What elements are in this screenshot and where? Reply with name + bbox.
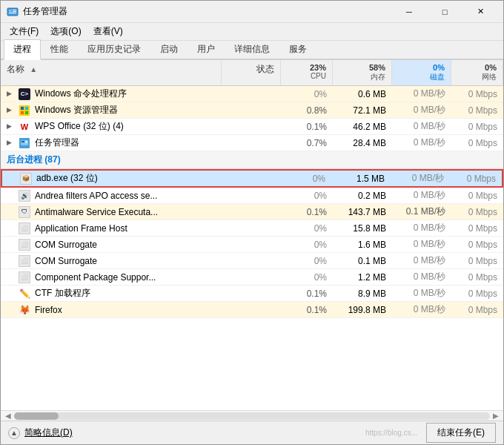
process-name: ⬜ Application Frame Host <box>1 221 222 236</box>
tab-users[interactable]: 用户 <box>188 39 225 59</box>
process-network: 0 Mbps <box>451 88 503 101</box>
process-icon: ⬜ <box>19 255 30 267</box>
col-memory[interactable]: 58% 内存 <box>333 60 392 85</box>
svg-rect-2 <box>13 10 16 10</box>
cpu-percent: 23% <box>287 63 326 72</box>
col-disk[interactable]: 0% 磁盘 <box>392 60 451 85</box>
svg-rect-4 <box>9 13 16 13</box>
expand-icon: ▶ <box>7 122 16 131</box>
process-name: ✏️ CTF 加载程序 <box>1 286 222 301</box>
expand-icon <box>7 273 16 282</box>
table-row[interactable]: ⬜ Application Frame Host 0% 15.8 MB 0 MB… <box>1 220 503 237</box>
tab-process[interactable]: 进程 <box>4 39 41 60</box>
col-cpu[interactable]: 23% CPU <box>281 60 333 85</box>
bg-section-header: 后台进程 (87) <box>1 151 503 169</box>
table-row[interactable]: ⬜ Component Package Suppor... 0% 1.2 MB … <box>1 269 503 286</box>
memory-percent: 58% <box>339 63 385 72</box>
table-row[interactable]: 🦊 Firefox 0.1% 199.8 MB 0 MB/秒 0 Mbps <box>1 302 503 318</box>
process-icon: W <box>19 121 30 133</box>
table-row[interactable]: 🔊 Andrea filters APO access se... 0% 0.2… <box>1 188 503 204</box>
table-row[interactable]: ⬜ COM Surrogate 0% 0.1 MB 0 MB/秒 0 Mbps <box>1 253 503 269</box>
process-name: 📦 adb.exe (32 位) <box>2 171 220 186</box>
expand-icon <box>7 191 16 200</box>
col-status[interactable]: 状态 <box>222 60 281 85</box>
process-icon: 🦊 <box>19 304 30 316</box>
tab-startup[interactable]: 启动 <box>150 39 188 59</box>
table-row[interactable]: ▶ W WPS Office (32 位) (4) 0.1% 46.2 MB 0… <box>1 119 503 135</box>
summary-icon: ▲ <box>8 427 20 439</box>
horizontal-scrollbar[interactable]: ◀ ▶ <box>1 410 503 421</box>
expand-icon <box>7 240 16 249</box>
process-icon: ⬜ <box>19 222 30 234</box>
network-percent: 0% <box>457 63 497 72</box>
svg-rect-1 <box>9 10 12 12</box>
process-name: ▶ W WPS Office (32 位) (4) <box>1 119 222 134</box>
summary-label[interactable]: 简略信息(D) <box>24 426 73 439</box>
expand-icon <box>7 257 16 266</box>
table-row[interactable]: ▶ 任务管理器 0.7% 28.4 MB 0 MB/秒 0 Mbps <box>1 135 503 151</box>
scroll-track <box>14 412 490 420</box>
scroll-thumb[interactable] <box>14 412 59 420</box>
title-bar: 任务管理器 ─ □ ✕ <box>1 1 503 23</box>
process-name: ⬜ COM Surrogate <box>1 254 222 268</box>
table-row-selected[interactable]: 📦 adb.exe (32 位) 0% 1.5 MB 0 MB/秒 0 Mbps <box>1 169 503 188</box>
svg-rect-8 <box>21 111 24 114</box>
menu-bar: 文件(F) 选项(O) 查看(V) <box>1 23 503 41</box>
svg-rect-13 <box>25 141 27 142</box>
table-row[interactable]: 🛡 Antimalware Service Executa... 0.1% 14… <box>1 204 503 220</box>
menu-file[interactable]: 文件(F) <box>4 24 44 39</box>
process-icon: 📦 <box>20 173 32 185</box>
maximize-button[interactable]: □ <box>428 1 462 23</box>
scroll-left-btn[interactable]: ◀ <box>2 412 14 420</box>
expand-icon: ▶ <box>7 90 16 99</box>
expand-icon <box>7 208 16 217</box>
menu-view[interactable]: 查看(V) <box>87 24 129 39</box>
task-manager-window: 任务管理器 ─ □ ✕ 文件(F) 选项(O) 查看(V) 进程 性能 应用历史… <box>0 0 504 445</box>
col-network[interactable]: 0% 网络 <box>451 60 503 85</box>
table-row[interactable]: ✏️ CTF 加载程序 0.1% 8.9 MB 0 MB/秒 0 Mbps <box>1 286 503 302</box>
process-name: ⬜ Component Package Suppor... <box>1 270 222 285</box>
process-status <box>222 93 281 96</box>
table-body: ▶ C> Windows 命令处理程序 0% 0.6 MB 0 MB/秒 0 M… <box>1 86 503 410</box>
disk-percent: 0% <box>398 63 445 72</box>
table-row[interactable]: ▶ C> Windows 命令处理程序 0% 0.6 MB 0 MB/秒 0 M… <box>1 86 503 102</box>
title-icon <box>7 6 19 18</box>
process-icon: C> <box>19 88 30 100</box>
process-name: 🛡 Antimalware Service Executa... <box>1 205 222 220</box>
process-name: ▶ 任务管理器 <box>1 135 222 151</box>
network-label: 网络 <box>457 72 497 82</box>
table-header: 名称 ▲ 状态 23% CPU 58% 内存 0% 磁盘 0% 网络 <box>1 60 503 86</box>
status-bar: ▲ 简略信息(D) https://blog.cs... 结束任务(E) <box>1 421 503 444</box>
svg-rect-14 <box>25 142 27 143</box>
watermark: https://blog.cs... <box>365 429 417 437</box>
end-task-button[interactable]: 结束任务(E) <box>426 423 496 443</box>
process-icon: ✏️ <box>19 288 30 300</box>
window-title: 任务管理器 <box>23 5 392 18</box>
scroll-right-btn[interactable]: ▶ <box>490 412 502 420</box>
table-row[interactable]: ▶ Windows 资源管理器 0.8% 72.1 MB 0 MB/秒 0 Mb… <box>1 102 503 119</box>
svg-rect-9 <box>25 111 28 114</box>
col-name[interactable]: 名称 ▲ <box>1 60 222 85</box>
window-controls: ─ □ ✕ <box>392 1 497 23</box>
svg-rect-3 <box>13 11 16 12</box>
minimize-button[interactable]: ─ <box>392 1 426 23</box>
process-icon: 🔊 <box>19 190 30 202</box>
tab-services[interactable]: 服务 <box>279 39 316 59</box>
process-memory: 0.6 MB <box>333 88 392 101</box>
table-row[interactable]: ⬜ COM Surrogate 0% 1.6 MB 0 MB/秒 0 Mbps <box>1 237 503 253</box>
expand-icon: ▶ <box>7 106 16 115</box>
expand-icon: ▶ <box>7 139 16 148</box>
tab-details[interactable]: 详细信息 <box>225 39 279 59</box>
process-icon: 🛡 <box>19 206 30 218</box>
process-icon <box>19 105 30 116</box>
menu-options[interactable]: 选项(O) <box>44 24 87 39</box>
cpu-label: CPU <box>287 72 326 80</box>
process-icon: ⬜ <box>19 271 30 283</box>
close-button[interactable]: ✕ <box>463 1 497 23</box>
process-name: 🦊 Firefox <box>1 303 222 317</box>
process-disk: 0 MB/秒 <box>392 86 451 102</box>
tab-app-history[interactable]: 应用历史记录 <box>78 39 150 59</box>
tab-performance[interactable]: 性能 <box>41 39 78 59</box>
process-table: 名称 ▲ 状态 23% CPU 58% 内存 0% 磁盘 0% 网络 <box>1 60 503 421</box>
status-bar-left: ▲ 简略信息(D) <box>8 426 365 439</box>
